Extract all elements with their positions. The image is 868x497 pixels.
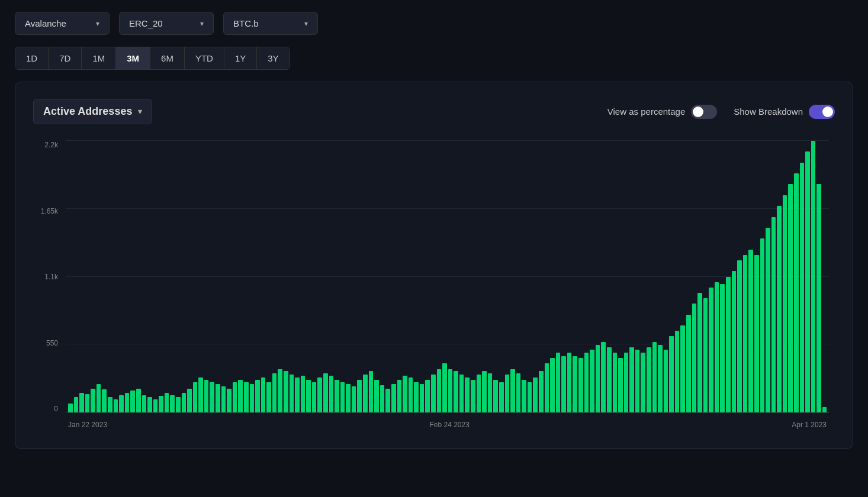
bar-76 bbox=[499, 382, 504, 412]
x-axis: Jan 22 2023 Feb 24 2023 Apr 1 2023 bbox=[66, 413, 829, 437]
bar-38 bbox=[284, 371, 288, 412]
bar-85 bbox=[550, 358, 555, 412]
metric-chevron-icon: ▾ bbox=[138, 107, 142, 116]
y-label-0: 0 bbox=[33, 405, 63, 413]
bar-60 bbox=[409, 377, 413, 412]
bar-94 bbox=[601, 342, 606, 412]
bar-91 bbox=[584, 353, 589, 412]
bar-125 bbox=[777, 206, 782, 412]
bar-56 bbox=[385, 389, 390, 412]
view-as-percentage-toggle[interactable] bbox=[691, 105, 717, 119]
bar-120 bbox=[748, 250, 753, 412]
bar-119 bbox=[743, 255, 748, 412]
bar-31 bbox=[244, 382, 249, 412]
time-btn-1y[interactable]: 1Y bbox=[224, 47, 257, 69]
bar-92 bbox=[590, 350, 594, 412]
bar-19 bbox=[176, 397, 181, 412]
bar-0 bbox=[68, 404, 73, 412]
bar-52 bbox=[363, 375, 368, 412]
bar-69 bbox=[459, 375, 464, 412]
metric-label: Active Addresses bbox=[43, 105, 132, 118]
bar-47 bbox=[335, 380, 339, 412]
metric-dropdown[interactable]: Active Addresses ▾ bbox=[33, 99, 152, 124]
bar-65 bbox=[437, 369, 442, 412]
top-controls: Avalanche ▾ ERC_20 ▾ BTC.b ▾ bbox=[15, 12, 853, 35]
view-as-percentage-label: View as percentage bbox=[607, 106, 685, 117]
bar-80 bbox=[522, 380, 526, 412]
bar-109 bbox=[686, 315, 691, 412]
bar-74 bbox=[488, 373, 493, 412]
bar-63 bbox=[425, 380, 430, 412]
token-dropdown[interactable]: BTC.b ▾ bbox=[223, 12, 318, 35]
bar-6 bbox=[102, 389, 107, 412]
show-breakdown-group: Show Breakdown bbox=[734, 105, 835, 119]
bar-128 bbox=[794, 173, 799, 412]
y-axis: 0 550 1.1k 1.65k 2.2k bbox=[33, 141, 63, 413]
bar-114 bbox=[715, 282, 719, 412]
token-type-dropdown[interactable]: ERC_20 ▾ bbox=[119, 12, 214, 35]
bar-15 bbox=[153, 399, 158, 412]
chart-area: 0 550 1.1k 1.65k 2.2k Jan 22 2023 Feb 24… bbox=[33, 141, 835, 437]
view-as-percentage-group: View as percentage bbox=[607, 105, 717, 119]
bar-50 bbox=[352, 386, 356, 412]
bar-123 bbox=[766, 228, 770, 412]
bar-26 bbox=[216, 384, 220, 412]
bar-9 bbox=[119, 395, 124, 412]
bar-73 bbox=[482, 371, 487, 412]
bar-95 bbox=[607, 347, 612, 412]
token-chevron-icon: ▾ bbox=[304, 20, 308, 28]
bar-42 bbox=[306, 380, 311, 412]
bar-124 bbox=[771, 217, 776, 412]
bar-22 bbox=[193, 382, 198, 412]
token-type-label: ERC_20 bbox=[129, 18, 163, 28]
bar-27 bbox=[221, 386, 226, 412]
network-dropdown[interactable]: Avalanche ▾ bbox=[15, 12, 110, 35]
bar-44 bbox=[317, 377, 322, 412]
network-label: Avalanche bbox=[25, 18, 66, 28]
time-btn-ytd[interactable]: YTD bbox=[185, 47, 224, 69]
bar-77 bbox=[505, 375, 510, 412]
bar-7 bbox=[108, 397, 112, 412]
bar-17 bbox=[165, 393, 169, 412]
bar-78 bbox=[510, 369, 515, 412]
bar-90 bbox=[578, 358, 583, 412]
bar-20 bbox=[182, 393, 187, 412]
time-filters: 1D 7D 1M 3M 6M YTD 1Y 3Y bbox=[15, 47, 290, 70]
bar-25 bbox=[210, 382, 214, 412]
show-breakdown-toggle[interactable] bbox=[809, 105, 835, 119]
y-label-1650: 1.65k bbox=[33, 207, 63, 215]
bar-45 bbox=[323, 373, 328, 412]
bar-2 bbox=[79, 393, 84, 412]
bar-131 bbox=[811, 141, 816, 412]
time-btn-3y[interactable]: 3Y bbox=[257, 47, 289, 69]
bar-40 bbox=[295, 377, 300, 412]
bar-32 bbox=[250, 384, 255, 412]
y-label-2200: 2.2k bbox=[33, 141, 63, 149]
time-filters-row: 1D 7D 1M 3M 6M YTD 1Y 3Y bbox=[15, 44, 853, 70]
y-label-550: 550 bbox=[33, 339, 63, 347]
time-btn-1d[interactable]: 1D bbox=[15, 47, 49, 69]
bar-130 bbox=[805, 151, 810, 412]
bar-55 bbox=[380, 385, 385, 412]
bar-103 bbox=[652, 342, 657, 412]
time-btn-6m[interactable]: 6M bbox=[150, 47, 185, 69]
bar-11 bbox=[130, 390, 135, 412]
bar-121 bbox=[754, 255, 759, 412]
time-btn-1m[interactable]: 1M bbox=[82, 47, 116, 69]
time-btn-7d[interactable]: 7D bbox=[49, 47, 82, 69]
bar-46 bbox=[329, 376, 334, 412]
bar-18 bbox=[170, 395, 175, 412]
bar-13 bbox=[142, 395, 147, 412]
bar-48 bbox=[340, 382, 345, 412]
bar-99 bbox=[629, 347, 634, 412]
bar-126 bbox=[783, 195, 787, 412]
bar-112 bbox=[703, 298, 708, 412]
bar-14 bbox=[147, 397, 152, 412]
bar-104 bbox=[658, 345, 663, 412]
bar-89 bbox=[573, 356, 577, 412]
bar-83 bbox=[539, 371, 544, 412]
bar-37 bbox=[278, 369, 282, 412]
time-btn-3m[interactable]: 3M bbox=[116, 47, 150, 69]
bar-67 bbox=[448, 369, 453, 412]
token-type-chevron-icon: ▾ bbox=[200, 20, 204, 28]
